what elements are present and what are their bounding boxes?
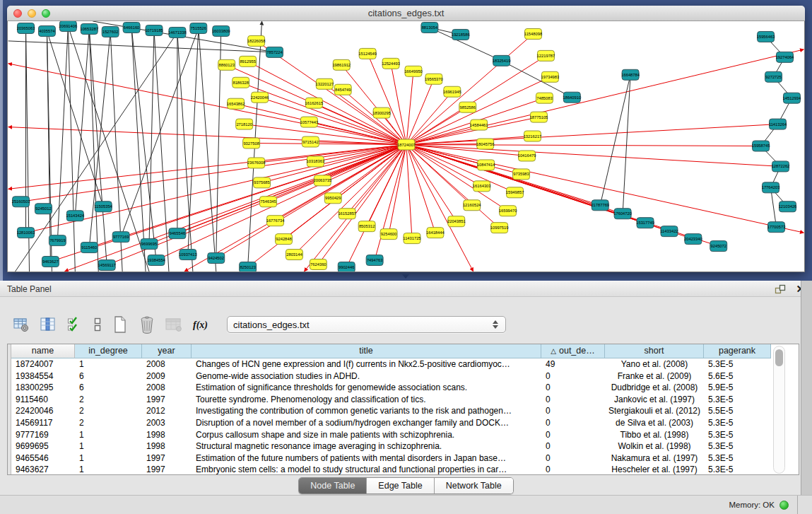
- minimize-window-button[interactable]: [28, 9, 36, 18]
- graph-node[interactable]: 17764203: [762, 182, 780, 193]
- graph-node[interactable]: 7494763: [366, 255, 383, 266]
- graph-node[interactable]: 16418444: [426, 228, 445, 238]
- graph-node[interactable]: 16033809: [212, 25, 230, 36]
- graph-node[interactable]: 9902446: [338, 262, 355, 271]
- graph-node[interactable]: 10416479: [518, 151, 536, 161]
- graph-node[interactable]: 9715142: [302, 136, 319, 147]
- column-header-pagerank[interactable]: pagerank: [704, 344, 771, 358]
- create-column-button[interactable]: [110, 315, 131, 334]
- graph-node[interactable]: 19384554: [147, 255, 165, 266]
- scrollbar-thumb[interactable]: [775, 349, 783, 366]
- graph-node[interactable]: 9463627: [42, 257, 59, 267]
- graph-node[interactable]: 18300295: [372, 107, 391, 118]
- tab-node-table[interactable]: Node Table: [299, 478, 367, 493]
- graph-node[interactable]: 22043851: [447, 216, 466, 227]
- network-window-titlebar[interactable]: citations_edges.txt: [7, 6, 805, 21]
- graph-node[interactable]: 15949857: [506, 187, 524, 198]
- function-builder-button[interactable]: f(x): [190, 315, 211, 334]
- table-row[interactable]: 946362711997Embryonic stem cells: a mode…: [11, 464, 771, 476]
- graph-node[interactable]: 17700573: [767, 222, 786, 233]
- close-window-button[interactable]: [13, 9, 22, 18]
- table-row[interactable]: 1938455462009Genome-wide association stu…: [11, 370, 771, 382]
- graph-node[interactable]: 8912955: [240, 56, 257, 66]
- graph-node[interactable]: 9327508: [243, 138, 260, 148]
- graph-node[interactable]: 8186328: [233, 77, 249, 88]
- graph-node[interactable]: 16776734: [266, 216, 285, 226]
- graph-node[interactable]: 16961945: [443, 86, 461, 97]
- graph-node[interactable]: 9254600: [380, 229, 397, 240]
- graph-node[interactable]: 9777169: [112, 232, 129, 243]
- graph-node[interactable]: 8813054: [421, 22, 438, 33]
- graph-node[interactable]: 16164303: [473, 181, 491, 192]
- graph-node[interactable]: 11413264: [769, 119, 787, 129]
- panel-splitter-handle[interactable]: [402, 274, 409, 279]
- table-row[interactable]: 946554611997Estimation of the future num…: [11, 452, 771, 465]
- row-options-button[interactable]: [91, 315, 104, 334]
- graph-node[interactable]: 19218586: [452, 29, 470, 40]
- table-row[interactable]: 911546021997Tourette syndrome. Phenomeno…: [11, 394, 771, 406]
- table-row[interactable]: 1456911722003Disruption of a novel membe…: [11, 417, 771, 429]
- graph-node[interactable]: 10997519: [490, 223, 509, 233]
- graph-node[interactable]: 9852586: [459, 102, 476, 112]
- graph-node[interactable]: 9950429: [324, 193, 341, 204]
- table-selector-dropdown[interactable]: citations_edges.txt: [227, 316, 506, 333]
- graph-node[interactable]: 23676008: [247, 158, 266, 168]
- graph-node[interactable]: 14671338: [168, 27, 187, 37]
- table-row[interactable]: 977716911998Corpus callosum shape and si…: [11, 429, 771, 441]
- graph-node[interactable]: 15317749: [636, 218, 654, 228]
- graph-node[interactable]: 2803144: [286, 250, 302, 260]
- graph-node[interactable]: 16152857: [338, 209, 356, 219]
- column-header-name[interactable]: name: [11, 344, 75, 358]
- graph-node[interactable]: 12103426: [779, 201, 797, 212]
- column-header-in_degree[interactable]: in_degree: [75, 344, 142, 358]
- network-canvas[interactable]: 1872400715124549125244931664995019565370…: [8, 21, 804, 271]
- graph-node[interactable]: 12160524: [463, 200, 481, 211]
- table-mode-button[interactable]: [11, 315, 32, 334]
- graph-node[interactable]: 16648784: [621, 69, 640, 80]
- graph-node[interactable]: 7857224: [266, 47, 283, 57]
- table-row[interactable]: 969969511998Structural magnetic resonanc…: [11, 440, 771, 452]
- graph-node[interactable]: 12524493: [382, 58, 400, 69]
- graph-node[interactable]: 9375685: [254, 177, 271, 188]
- graph-node[interactable]: 18325419: [493, 55, 511, 66]
- graph-node[interactable]: 20063735: [314, 175, 332, 186]
- table-row[interactable]: 1872400712008Changes of HCN gene express…: [11, 358, 771, 370]
- graph-node[interactable]: 18640910: [563, 92, 582, 103]
- tab-network-table[interactable]: Network Table: [435, 478, 513, 493]
- graph-node[interactable]: 8505312: [358, 221, 375, 232]
- graph-node[interactable]: 7515526: [190, 23, 207, 33]
- graph-node[interactable]: 2718120: [236, 119, 253, 129]
- graph-node[interactable]: 1527602: [102, 26, 119, 37]
- graph-node[interactable]: 25160503: [12, 197, 30, 207]
- graph-node[interactable]: 7485083: [536, 93, 553, 103]
- tab-edge-table[interactable]: Edge Table: [367, 478, 434, 493]
- graph-node[interactable]: 20423340: [684, 234, 702, 245]
- graph-node[interactable]: 8454749: [334, 84, 351, 95]
- graph-node[interactable]: 13220127: [315, 78, 334, 89]
- graph-node[interactable]: 9735983: [513, 169, 530, 180]
- select-visible-columns-button[interactable]: [64, 315, 86, 334]
- graph-node[interactable]: 15143424: [66, 211, 84, 221]
- column-header-year[interactable]: year: [142, 344, 192, 358]
- graph-node[interactable]: 10719185: [145, 25, 163, 35]
- graph-node[interactable]: 9699695: [141, 239, 158, 250]
- memory-status-indicator[interactable]: [779, 501, 789, 510]
- graph-node[interactable]: 14584461: [470, 119, 488, 130]
- graph-node[interactable]: 17604720: [613, 209, 632, 219]
- zoom-window-button[interactable]: [42, 9, 50, 18]
- graph-node[interactable]: 10318363: [307, 156, 325, 167]
- graph-node[interactable]: 16543862: [227, 98, 245, 109]
- graph-node[interactable]: 15956463: [757, 31, 775, 42]
- column-header-out_degree[interactable]: △out_de…: [541, 344, 605, 358]
- graph-node[interactable]: 11431725: [403, 233, 420, 244]
- table-vertical-scrollbar[interactable]: [773, 346, 785, 474]
- graph-node[interactable]: 16599470: [499, 206, 517, 216]
- graph-node[interactable]: 21787769: [591, 200, 609, 211]
- graph-node[interactable]: 13216217: [524, 131, 542, 141]
- column-header-short[interactable]: short: [605, 344, 704, 358]
- graph-node[interactable]: 9272725: [765, 71, 782, 82]
- graph-node[interactable]: 11433422: [660, 226, 678, 237]
- graph-node[interactable]: 18045756: [476, 139, 495, 149]
- table-row[interactable]: 1830029562008Estimation of significance …: [11, 382, 771, 394]
- graph-node[interactable]: 9245072: [710, 241, 727, 252]
